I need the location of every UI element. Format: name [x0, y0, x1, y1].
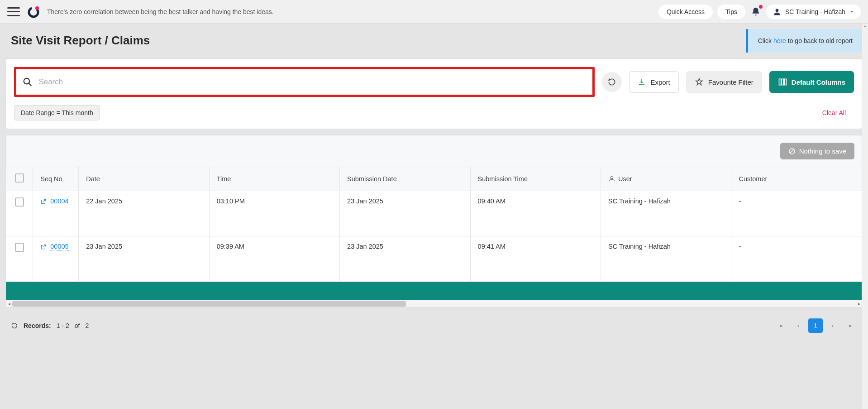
table-card: Nothing to save Seq No Date Time Submiss…	[5, 135, 863, 308]
records-label: Records:	[24, 322, 51, 329]
svg-point-1	[35, 6, 39, 10]
action-row: Export Favourite Filter Default Columns	[6, 59, 862, 105]
row-checkbox[interactable]	[15, 197, 24, 207]
svg-line-4	[29, 83, 31, 86]
cell-date: 23 Jan 2025	[79, 236, 209, 281]
pager-prev[interactable]: ‹	[791, 318, 806, 333]
clear-all-link[interactable]: Clear All	[822, 109, 846, 116]
records-range: 1 - 2	[57, 322, 69, 329]
header-quote: There's zero correlation between being t…	[47, 8, 651, 15]
header-checkbox-cell	[6, 167, 33, 191]
svg-point-2	[776, 9, 779, 12]
menu-icon[interactable]	[7, 7, 20, 16]
columns-icon	[778, 77, 787, 87]
default-columns-button[interactable]: Default Columns	[769, 71, 854, 93]
footer-refresh-icon[interactable]	[11, 322, 18, 329]
search-card: Export Favourite Filter Default Columns …	[5, 58, 863, 129]
cell-time: 03:10 PM	[209, 191, 339, 236]
app-header: There's zero correlation between being t…	[0, 0, 868, 24]
cell-user: SC Training - Hafizah	[601, 236, 731, 281]
search-container	[14, 67, 595, 97]
user-column-icon	[608, 175, 615, 183]
svg-rect-6	[782, 79, 783, 85]
pager-first[interactable]: «	[774, 318, 788, 333]
table-footer-band	[6, 282, 862, 300]
old-report-banner: Click here to go back to old report	[746, 29, 863, 53]
pager-current[interactable]: 1	[808, 318, 823, 333]
cell-sub-time: 09:41 AM	[470, 236, 601, 281]
header-submission-date[interactable]: Submission Date	[340, 167, 470, 191]
cell-date: 22 Jan 2025	[79, 191, 209, 236]
records-total: 2	[85, 322, 89, 329]
scroll-thumb[interactable]	[12, 301, 406, 307]
header-customer[interactable]: Customer	[731, 167, 862, 191]
prohibit-icon	[788, 148, 796, 155]
scroll-left-icon[interactable]: ◂	[6, 300, 12, 308]
row-checkbox[interactable]	[15, 243, 24, 252]
scroll-right-icon[interactable]: ▸	[856, 300, 862, 308]
old-report-link[interactable]: here	[773, 37, 786, 44]
user-menu[interactable]: SC Training - Hafizah	[766, 5, 861, 19]
pagination: « ‹ 1 › »	[774, 318, 857, 333]
select-all-checkbox[interactable]	[15, 173, 24, 183]
cell-sub-time: 09:40 AM	[470, 191, 601, 236]
table-row: 00005 23 Jan 2025 09:39 AM 23 Jan 2025 0…	[6, 236, 862, 281]
quick-access-button[interactable]: Quick Access	[658, 5, 713, 19]
cell-sub-date: 23 Jan 2025	[340, 191, 470, 236]
cell-sub-date: 23 Jan 2025	[340, 236, 470, 281]
notifications-button[interactable]	[750, 6, 762, 18]
external-link-icon[interactable]	[40, 198, 47, 205]
export-button[interactable]: Export	[629, 71, 678, 93]
header-user[interactable]: User	[601, 167, 731, 191]
chevron-down-icon	[849, 9, 854, 14]
external-link-icon[interactable]	[40, 244, 47, 250]
cell-customer: -	[731, 236, 862, 281]
header-right: Quick Access Tips SC Training - Hafizah	[658, 5, 861, 19]
download-icon	[638, 78, 646, 86]
user-name: SC Training - Hafizah	[785, 8, 845, 15]
date-range-chip[interactable]: Date Range = This month	[14, 105, 100, 120]
horizontal-scrollbar[interactable]: ◂ ▸	[6, 300, 862, 307]
header-submission-time[interactable]: Submission Time	[470, 167, 601, 191]
header-seq[interactable]: Seq No	[33, 167, 79, 191]
vertical-scrollbar[interactable]	[862, 24, 868, 409]
seq-link[interactable]: 00005	[50, 243, 68, 250]
table-header-row: Seq No Date Time Submission Date Submiss…	[6, 167, 862, 191]
header-time[interactable]: Time	[209, 167, 339, 191]
of-label: of	[75, 322, 80, 329]
search-input[interactable]	[38, 77, 586, 87]
favourite-filter-button[interactable]: Favourite Filter	[686, 71, 762, 93]
cell-user: SC Training - Hafizah	[601, 191, 731, 236]
header-date[interactable]: Date	[79, 167, 209, 191]
pager-next[interactable]: ›	[825, 318, 840, 333]
nothing-to-save-button: Nothing to save	[780, 143, 854, 159]
search-icon	[23, 77, 32, 87]
seq-link[interactable]: 00004	[50, 197, 68, 205]
svg-point-10	[610, 176, 613, 178]
tips-button[interactable]: Tips	[717, 5, 745, 19]
star-icon	[695, 77, 704, 87]
table-toolbar: Nothing to save	[6, 135, 862, 167]
refresh-button[interactable]	[602, 72, 622, 92]
page-header-area: Site Visit Report / Claims Click here to…	[0, 24, 868, 53]
filter-row: Date Range = This month Clear All	[6, 105, 862, 129]
cell-seq: 00005	[33, 236, 79, 281]
page-title: Site Visit Report / Claims	[5, 34, 863, 48]
refresh-icon	[607, 77, 616, 87]
svg-rect-5	[779, 79, 781, 85]
data-table: Seq No Date Time Submission Date Submiss…	[6, 167, 862, 282]
svg-line-9	[790, 149, 794, 153]
cell-time: 09:39 AM	[209, 236, 339, 281]
svg-rect-7	[784, 79, 786, 85]
footer-bar: Records: 1 - 2 of 2 « ‹ 1 › »	[0, 313, 868, 338]
pager-last[interactable]: »	[843, 318, 857, 333]
user-icon	[773, 7, 782, 16]
notification-dot	[759, 5, 763, 9]
cell-customer: -	[731, 191, 862, 236]
app-logo[interactable]	[27, 5, 40, 18]
cell-seq: 00004	[33, 191, 79, 236]
table-row: 00004 22 Jan 2025 03:10 PM 23 Jan 2025 0…	[6, 191, 862, 236]
